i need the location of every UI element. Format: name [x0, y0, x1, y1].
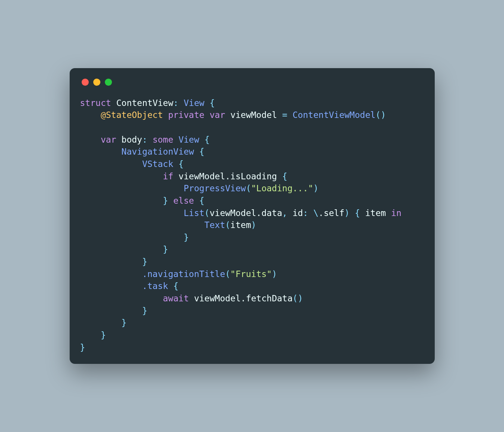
lbrace4: {: [173, 159, 184, 169]
type-navview: NavigationView: [121, 147, 194, 156]
lbrace-else: {: [194, 196, 204, 206]
lparen-pv: (: [246, 183, 251, 193]
space: [360, 208, 365, 218]
minimize-icon[interactable]: [93, 79, 100, 86]
colon-id: :: [303, 208, 313, 218]
type-list: List: [183, 208, 204, 218]
expr-vmdata: viewModel.data: [210, 208, 282, 218]
comma: ,: [282, 208, 293, 218]
parens-fetch: (): [292, 293, 303, 303]
type-contentviewmodel: ContentViewModel: [292, 110, 376, 120]
type-text: Text: [204, 220, 225, 230]
rparen-list: ): [344, 208, 350, 218]
rparen-pv: ): [313, 183, 319, 193]
space: [173, 135, 179, 144]
traffic-lights: [82, 79, 424, 86]
expr-fetch: viewModel.fetchData: [194, 293, 292, 303]
str-loading: "Loading...": [251, 183, 313, 193]
rbrace-list: }: [183, 232, 189, 242]
kw-await: await: [163, 293, 189, 303]
lbrace5: {: [277, 171, 288, 181]
lbrace: {: [204, 98, 215, 108]
lbrace2: {: [199, 135, 210, 144]
lparen-list: (: [204, 208, 210, 218]
eq: =: [277, 110, 293, 120]
space: [386, 208, 391, 218]
kw-struct: struct: [80, 98, 111, 108]
close-icon[interactable]: [82, 79, 89, 86]
rbrace-else: }: [163, 244, 168, 254]
lparen-text: (: [225, 220, 230, 230]
space: [173, 171, 179, 181]
dot-self: .self: [319, 208, 344, 218]
mod-navtitle: .navigationTitle: [142, 269, 225, 279]
rbrace-body: }: [101, 330, 106, 340]
str-fruits: "Fruits": [230, 269, 272, 279]
backslash: \: [313, 208, 319, 218]
parens: (): [376, 110, 386, 120]
lbrace-task: {: [168, 281, 179, 291]
space: [116, 135, 121, 144]
kw-else: else: [173, 196, 194, 206]
kw-var: var: [210, 110, 225, 120]
rbrace-if: }: [163, 196, 168, 206]
maximize-icon[interactable]: [105, 79, 112, 86]
colon: :: [173, 98, 184, 108]
mod-task: .task: [142, 281, 168, 291]
code-editor[interactable]: struct ContentView: View { @StateObject …: [80, 97, 424, 354]
expr-isloading: viewModel.isLoading: [179, 171, 277, 181]
type-vstack: VStack: [142, 159, 173, 169]
kw-some: some: [152, 135, 173, 144]
kw-var2: var: [101, 135, 116, 144]
type-progressview: ProgressView: [183, 183, 246, 193]
kw-if: if: [163, 171, 173, 181]
rparen-nav: ): [272, 269, 277, 279]
attr-stateobject: @StateObject: [101, 110, 163, 120]
type-view: View: [183, 98, 204, 108]
rbrace-nav: }: [121, 318, 127, 328]
space: [111, 98, 116, 108]
arg-item: item: [230, 220, 251, 230]
rbrace-vstack: }: [142, 257, 148, 267]
rparen-text: ): [251, 220, 256, 230]
kw-in: in: [391, 208, 401, 218]
label-id: id: [292, 208, 303, 218]
space: [204, 110, 210, 120]
space: [168, 196, 173, 206]
space: [189, 293, 194, 303]
rbrace-task: }: [142, 306, 148, 316]
id-body: body: [121, 135, 142, 144]
kw-private: private: [168, 110, 204, 120]
type-contentview: ContentView: [116, 98, 173, 108]
lparen-nav: (: [225, 269, 230, 279]
rbrace-struct: }: [80, 343, 85, 352]
id-viewmodel: viewModel: [230, 110, 277, 120]
space: [163, 110, 168, 120]
lbrace-list: {: [350, 208, 360, 218]
type-view2: View: [179, 135, 199, 144]
lbrace3: {: [194, 147, 204, 156]
param-item: item: [365, 208, 386, 218]
code-window: struct ContentView: View { @StateObject …: [70, 68, 435, 364]
colon2: :: [142, 135, 153, 144]
space: [225, 110, 230, 120]
